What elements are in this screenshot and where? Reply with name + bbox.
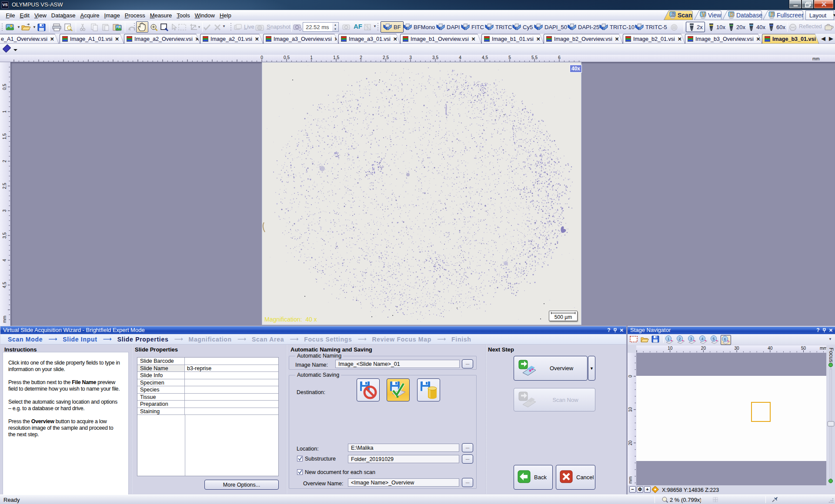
- svg-text:4: 4: [701, 337, 703, 341]
- svg-text:Scan: Scan: [678, 12, 692, 19]
- svg-text:1,5: 1,5: [2, 133, 7, 139]
- svg-text:S: S: [671, 12, 675, 18]
- svg-text:View: View: [708, 12, 721, 19]
- svg-text:10: 10: [628, 407, 633, 412]
- svg-text:0,5: 0,5: [284, 55, 290, 60]
- svg-text:2,5: 2,5: [2, 183, 7, 189]
- svg-text:5,5: 5,5: [531, 55, 538, 60]
- svg-text:2: 2: [2, 160, 7, 162]
- svg-text:50: 50: [801, 346, 806, 351]
- svg-text:0: 0: [628, 375, 633, 378]
- svg-text:2,5: 2,5: [383, 55, 389, 60]
- svg-text:4,5: 4,5: [2, 282, 7, 288]
- svg-text:mm: mm: [628, 477, 633, 484]
- svg-text:5: 5: [508, 55, 511, 60]
- svg-text:mm: mm: [2, 316, 7, 323]
- svg-text:Fullscreen: Fullscreen: [777, 12, 804, 19]
- svg-text:6: 6: [724, 337, 726, 342]
- svg-text:20: 20: [701, 346, 706, 351]
- svg-text:0: 0: [261, 55, 263, 60]
- svg-text:V: V: [702, 12, 705, 18]
- svg-text:mm: mm: [812, 56, 820, 61]
- svg-text:4: 4: [459, 55, 461, 60]
- svg-text:2: 2: [360, 55, 362, 60]
- svg-text:30: 30: [735, 346, 740, 351]
- svg-text:0,5: 0,5: [2, 84, 7, 90]
- svg-text:3: 3: [409, 55, 412, 60]
- svg-text:3,5: 3,5: [432, 55, 438, 60]
- svg-text:mm: mm: [820, 346, 826, 351]
- svg-text:D: D: [730, 12, 734, 18]
- svg-text:3,5: 3,5: [2, 232, 7, 239]
- svg-text:5: 5: [712, 337, 715, 341]
- svg-text:10: 10: [668, 346, 673, 351]
- svg-text:2: 2: [678, 337, 681, 341]
- svg-text:1: 1: [2, 110, 7, 113]
- svg-text:3: 3: [690, 337, 692, 341]
- svg-text:1: 1: [667, 337, 669, 341]
- svg-text:1: 1: [310, 55, 313, 60]
- svg-text:6: 6: [558, 55, 561, 60]
- svg-text:4,5: 4,5: [482, 55, 488, 60]
- svg-text:20: 20: [628, 440, 633, 445]
- svg-text:1,5: 1,5: [333, 55, 339, 60]
- svg-text:F: F: [771, 12, 774, 18]
- svg-text:Database: Database: [736, 12, 762, 19]
- svg-text:3: 3: [2, 209, 7, 212]
- svg-text:4: 4: [2, 259, 7, 262]
- svg-text:40: 40: [768, 346, 773, 351]
